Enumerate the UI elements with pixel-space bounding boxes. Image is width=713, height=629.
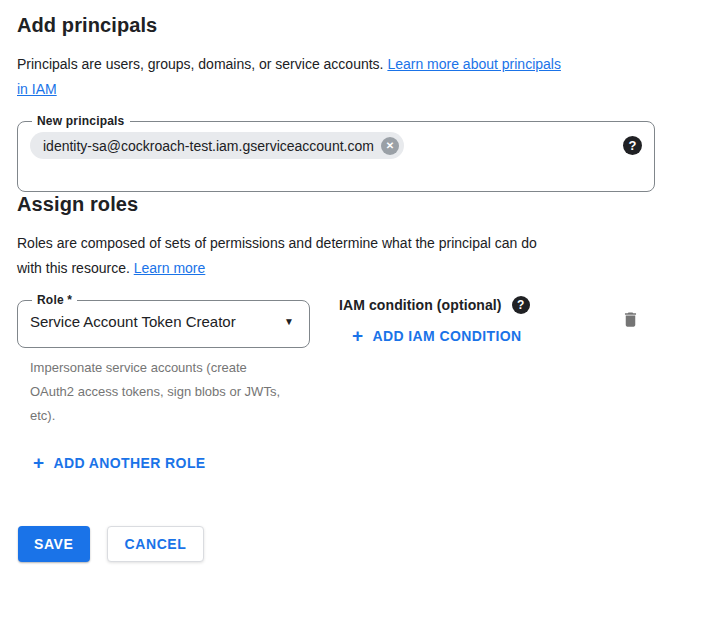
learn-more-roles-link[interactable]: Learn more — [134, 260, 206, 276]
new-principals-field[interactable]: New principals identity-sa@cockroach-tes… — [17, 114, 655, 192]
iam-condition-column: IAM condition (optional) ? + ADD IAM CON… — [339, 293, 530, 346]
add-iam-condition-button[interactable]: + ADD IAM CONDITION — [352, 327, 522, 344]
plus-icon: + — [33, 454, 45, 471]
new-principals-label: New principals — [32, 114, 130, 128]
cancel-button[interactable]: CANCEL — [107, 526, 205, 562]
delete-role-button[interactable] — [621, 309, 640, 330]
footer-actions: SAVE CANCEL — [18, 526, 695, 562]
chip-remove-icon[interactable]: ✕ — [381, 137, 399, 155]
role-selected-value: Service Account Token Creator — [30, 313, 236, 330]
iam-condition-help-icon[interactable]: ? — [512, 296, 530, 314]
role-column: Role * Service Account Token Creator ▼ I… — [17, 293, 312, 428]
plus-icon: + — [352, 327, 364, 344]
iam-condition-label: IAM condition (optional) — [339, 297, 502, 313]
principals-help-icon[interactable]: ? — [623, 136, 642, 155]
principals-description: Principals are users, groups, domains, o… — [17, 52, 677, 102]
principal-chip-label: identity-sa@cockroach-test.iam.gservicea… — [43, 138, 374, 154]
trash-icon — [621, 309, 640, 330]
principals-description-text: Principals are users, groups, domains, o… — [17, 56, 384, 72]
save-button[interactable]: SAVE — [18, 526, 90, 562]
add-principals-panel: Add principals Principals are users, gro… — [0, 0, 713, 562]
role-helper-text: Impersonate service accounts (create OAu… — [30, 356, 285, 428]
new-principals-input-area[interactable]: identity-sa@cockroach-test.iam.gservicea… — [30, 130, 642, 159]
add-another-role-button[interactable]: + ADD ANOTHER ROLE — [33, 454, 206, 471]
roles-description: Roles are composed of sets of permission… — [17, 231, 677, 281]
chevron-down-icon: ▼ — [284, 316, 297, 327]
role-select[interactable]: Role * Service Account Token Creator ▼ — [17, 293, 310, 348]
role-label: Role * — [32, 293, 77, 307]
principal-chip: identity-sa@cockroach-test.iam.gservicea… — [30, 132, 404, 159]
page-title: Add principals — [17, 13, 695, 38]
add-another-role-row: + ADD ANOTHER ROLE — [33, 454, 695, 473]
assign-roles-title: Assign roles — [17, 192, 695, 217]
role-row: Role * Service Account Token Creator ▼ I… — [17, 293, 655, 428]
